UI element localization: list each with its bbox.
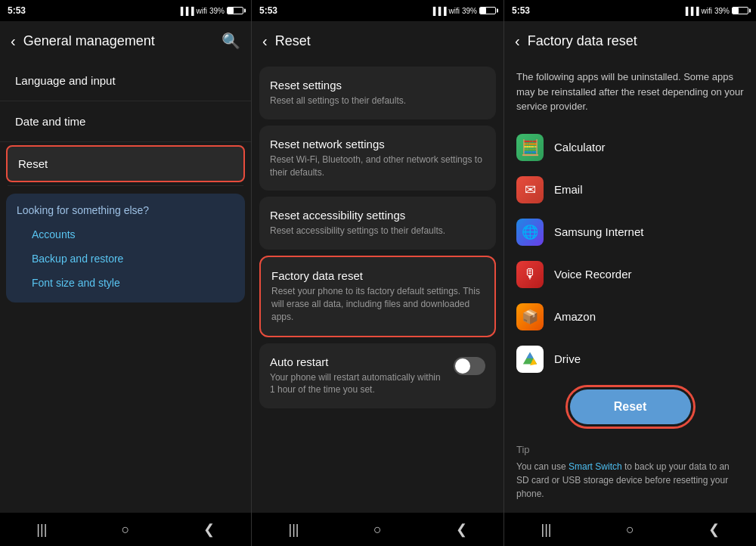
status-icons-1: ▐▐▐ wifi 39% xyxy=(178,7,243,15)
app-icon-samsung: 🌐 xyxy=(516,219,544,246)
navbar-1: ||| ○ ❮ xyxy=(0,513,251,546)
battery-percent-2: 39% xyxy=(462,7,477,15)
app-icon-amazon: 📦 xyxy=(516,303,544,330)
wifi-icon-2: wifi xyxy=(449,7,460,15)
nav-back-1[interactable]: ❮ xyxy=(194,514,225,544)
app-name-email: Email xyxy=(554,183,583,196)
app-item-amazon: 📦 Amazon xyxy=(504,296,756,338)
app-icon-email: ✉ xyxy=(516,176,544,203)
factory-reset-item[interactable]: Factory data reset Reset your phone to i… xyxy=(259,256,496,337)
menu-item-language[interactable]: Language and input xyxy=(0,60,251,101)
app-item-voice-recorder: 🎙 Voice Recorder xyxy=(504,253,756,296)
link-accounts[interactable]: Accounts xyxy=(17,222,234,247)
reset-accessibility-title: Reset accessibility settings xyxy=(270,209,485,222)
app-name-drive: Drive xyxy=(554,352,581,365)
app-name-voice: Voice Recorder xyxy=(554,268,632,281)
status-icons-3: ▐▐▐ wifi 39% xyxy=(683,7,748,15)
reset-accessibility-item[interactable]: Reset accessibility settings Reset acces… xyxy=(259,197,496,250)
tip-label: Tip xyxy=(516,444,744,455)
tip-text: You can use Smart Switch to back up your… xyxy=(516,460,744,501)
topbar-3: ‹ Factory data reset xyxy=(504,21,756,60)
battery-icon-3 xyxy=(732,7,748,14)
reset-network-item[interactable]: Reset network settings Reset Wi-Fi, Blue… xyxy=(259,126,496,191)
signal-icon-1: ▐▐▐ xyxy=(178,7,194,15)
wifi-icon-3: wifi xyxy=(702,7,712,15)
status-bar-2: 5:53 ▐▐▐ wifi 39% xyxy=(252,0,503,21)
page-title-3: Factory data reset xyxy=(528,33,745,49)
panel-general-management: 5:53 ▐▐▐ wifi 39% ‹ General management 🔍… xyxy=(0,0,252,546)
reset-accessibility-desc: Reset accessibility settings to their de… xyxy=(270,225,485,237)
reset-settings-title: Reset settings xyxy=(270,79,485,92)
auto-restart-desc: Your phone will restart automatically wi… xyxy=(270,371,446,397)
app-icon-calculator: 🧮 xyxy=(516,134,544,161)
menu-scroll-1: Language and input Date and time Reset L… xyxy=(0,60,251,513)
menu-item-reset[interactable]: Reset xyxy=(6,145,245,182)
tip-link-smart-switch[interactable]: Smart Switch xyxy=(569,461,622,472)
battery-percent-3: 39% xyxy=(714,7,730,15)
app-item-drive: Drive xyxy=(504,338,756,378)
divider-1 xyxy=(8,185,243,186)
nav-home-2[interactable]: ○ xyxy=(363,514,393,544)
reset-settings-desc: Reset all settings to their defaults. xyxy=(270,95,485,107)
navbar-3: ||| ○ ❮ xyxy=(504,513,756,546)
signal-icon-3: ▐▐▐ xyxy=(683,7,699,15)
menu-item-datetime[interactable]: Date and time xyxy=(0,101,251,142)
nav-menu-2[interactable]: ||| xyxy=(279,514,309,544)
status-time-1: 5:53 xyxy=(8,5,26,16)
app-item-calculator: 🧮 Calculator xyxy=(504,126,756,169)
app-item-email: ✉ Email xyxy=(504,169,756,211)
reset-button[interactable]: Reset xyxy=(570,389,691,424)
auto-restart-title: Auto restart xyxy=(270,355,446,368)
reset-network-title: Reset network settings xyxy=(270,138,485,150)
tip-section: Tip You can use Smart Switch to back up … xyxy=(504,436,756,513)
back-button-3[interactable]: ‹ xyxy=(515,33,520,50)
toggle-knob xyxy=(455,358,470,374)
factory-reset-title: Factory data reset xyxy=(271,269,484,282)
app-icon-voice: 🎙 xyxy=(516,261,544,288)
section-label-1: Looking for something else? xyxy=(17,204,234,222)
reset-network-desc: Reset Wi-Fi, Bluetooth, and other networ… xyxy=(270,154,485,179)
status-time-2: 5:53 xyxy=(259,5,277,16)
battery-icon-2 xyxy=(479,7,496,14)
wifi-icon-1: wifi xyxy=(197,7,207,15)
page-title-2: Reset xyxy=(275,33,493,49)
app-name-amazon: Amazon xyxy=(554,310,596,323)
battery-percent-1: 39% xyxy=(209,7,225,15)
page-title-1: General management xyxy=(23,33,214,49)
reset-btn-area: Reset xyxy=(504,377,756,436)
panel-factory-reset: 5:53 ▐▐▐ wifi 39% ‹ Factory data reset T… xyxy=(504,0,756,546)
factory-reset-desc: Reset your phone to its factory default … xyxy=(271,285,484,323)
app-name-calculator: Calculator xyxy=(554,141,606,154)
battery-icon-1 xyxy=(227,7,243,14)
tip-text-before: You can use xyxy=(516,461,569,472)
app-item-samsung-internet: 🌐 Samsung Internet xyxy=(504,211,756,253)
nav-home-3[interactable]: ○ xyxy=(615,514,646,544)
search-button-1[interactable]: 🔍 xyxy=(222,32,240,50)
nav-menu-3[interactable]: ||| xyxy=(531,514,562,544)
auto-restart-toggle[interactable] xyxy=(454,357,485,375)
nav-menu-1[interactable]: ||| xyxy=(26,514,57,544)
status-bar-1: 5:53 ▐▐▐ wifi 39% xyxy=(0,0,251,21)
link-backup[interactable]: Backup and restore xyxy=(17,247,234,271)
reset-scroll: Reset settings Reset all settings to the… xyxy=(252,60,503,513)
app-list: 🧮 Calculator ✉ Email 🌐 Samsung Internet … xyxy=(504,123,756,378)
auto-restart-text: Auto restart Your phone will restart aut… xyxy=(270,355,454,397)
status-bar-3: 5:53 ▐▐▐ wifi 39% xyxy=(504,0,756,21)
nav-home-1[interactable]: ○ xyxy=(110,514,141,544)
status-icons-2: ▐▐▐ wifi 39% xyxy=(430,7,496,15)
signal-icon-2: ▐▐▐ xyxy=(430,7,446,15)
intro-text: The following apps will be uninstalled. … xyxy=(504,60,756,123)
reset-settings-item[interactable]: Reset settings Reset all settings to the… xyxy=(259,67,496,119)
topbar-1: ‹ General management 🔍 xyxy=(0,21,251,60)
app-icon-drive xyxy=(516,346,544,373)
nav-back-2[interactable]: ❮ xyxy=(447,514,477,544)
app-name-samsung: Samsung Internet xyxy=(554,225,643,238)
auto-restart-item[interactable]: Auto restart Your phone will restart aut… xyxy=(259,343,496,409)
panel-reset: 5:53 ▐▐▐ wifi 39% ‹ Reset Reset settings… xyxy=(252,0,504,546)
link-fontsize[interactable]: Font size and style xyxy=(17,271,234,295)
back-button-1[interactable]: ‹ xyxy=(11,33,16,50)
nav-back-3[interactable]: ❮ xyxy=(699,514,730,544)
status-time-3: 5:53 xyxy=(512,5,530,16)
back-button-2[interactable]: ‹ xyxy=(262,33,268,50)
navbar-2: ||| ○ ❮ xyxy=(252,513,503,546)
